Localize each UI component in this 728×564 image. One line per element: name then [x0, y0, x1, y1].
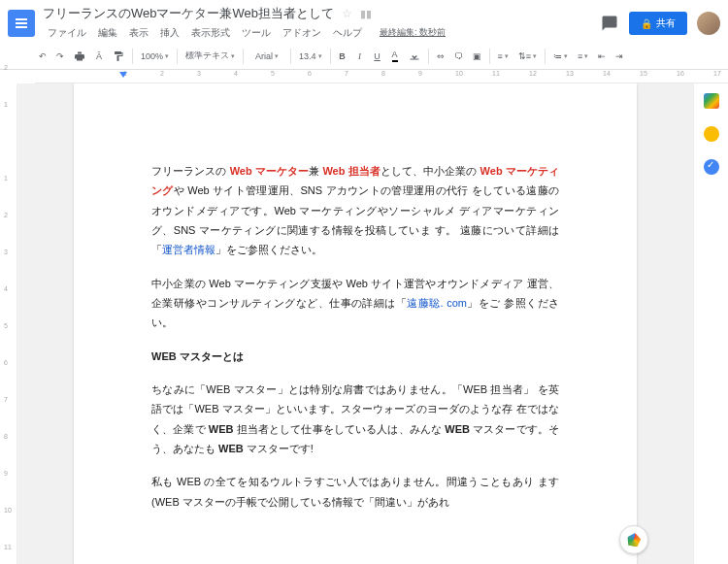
- bold-icon[interactable]: B: [335, 49, 350, 64]
- calendar-icon[interactable]: [704, 93, 719, 109]
- line-spacing-icon[interactable]: ⇅≡: [514, 49, 541, 64]
- comments-icon[interactable]: [600, 14, 619, 33]
- side-panel: [693, 83, 728, 564]
- text-color-icon[interactable]: A: [387, 47, 403, 65]
- menu-format[interactable]: 表示形式: [186, 24, 235, 42]
- menu-view[interactable]: 表示: [124, 24, 153, 42]
- vertical-ruler[interactable]: 21123456789101112: [0, 83, 17, 564]
- paragraph-3[interactable]: ちなみに「WEB マスター」とは特別な肩書ではありません。「WEB 担当者」 を…: [151, 380, 559, 458]
- bulleted-list-icon[interactable]: ≡: [574, 49, 592, 64]
- fontsize-select[interactable]: 13.4: [295, 49, 326, 64]
- indent-increase-icon[interactable]: ⇥: [612, 49, 627, 64]
- italic-icon[interactable]: I: [352, 49, 368, 64]
- zoom-select[interactable]: 100%: [137, 50, 173, 63]
- keep-icon[interactable]: [704, 126, 719, 142]
- last-edit[interactable]: 最終編集: 数秒前: [375, 24, 450, 42]
- style-select[interactable]: 標準テキス: [182, 47, 239, 65]
- menubar: ファイル 編集 表示 挿入 表示形式 ツール アドオン ヘルプ 最終編集: 数秒…: [43, 24, 600, 42]
- docs-logo-icon[interactable]: [8, 10, 35, 37]
- image-icon[interactable]: ▣: [469, 49, 485, 64]
- menu-file[interactable]: ファイル: [43, 24, 91, 42]
- menu-addons[interactable]: アドオン: [278, 24, 326, 42]
- tasks-icon[interactable]: [704, 159, 719, 175]
- explore-button[interactable]: [619, 525, 648, 554]
- header-bar: フリーランスのWebマーケター兼Web担当者として ☆ ▮▮ ファイル 編集 表…: [0, 0, 728, 43]
- indent-decrease-icon[interactable]: ⇤: [594, 49, 610, 64]
- lock-icon: 🔒: [641, 18, 652, 29]
- numbered-list-icon[interactable]: ≔: [549, 49, 572, 64]
- undo-icon[interactable]: ↶: [35, 49, 50, 64]
- canvas[interactable]: フリーランスの Web マーケター兼 Web 担当者として、中小企業の Web …: [17, 83, 693, 564]
- heading-web-master[interactable]: WEB マスターとは: [151, 347, 559, 366]
- spellcheck-icon[interactable]: Ă: [91, 49, 107, 64]
- document-page[interactable]: フリーランスの Web マーケター兼 Web 担当者として、中小企業の Web …: [74, 83, 637, 564]
- paragraph-4[interactable]: 私も WEB の全てを知るウルトラすごい人ではありません。間違うこともあり ます…: [151, 472, 559, 512]
- avatar[interactable]: [697, 12, 720, 35]
- link-icon[interactable]: ⇔: [433, 49, 448, 64]
- menu-tools[interactable]: ツール: [237, 24, 276, 42]
- folder-icon[interactable]: ▮▮: [360, 8, 372, 20]
- workspace: 21123456789101112 フリーランスの Web マーケター兼 Web…: [0, 83, 728, 564]
- share-label: 共有: [656, 17, 676, 30]
- menu-help[interactable]: ヘルプ: [328, 24, 367, 42]
- star-icon[interactable]: ☆: [342, 7, 352, 20]
- underline-icon[interactable]: U: [370, 49, 385, 64]
- align-icon[interactable]: ≡: [494, 49, 513, 64]
- menu-edit[interactable]: 編集: [93, 24, 122, 42]
- paint-format-icon[interactable]: [109, 48, 128, 65]
- explore-icon: [626, 532, 642, 547]
- paragraph-1[interactable]: フリーランスの Web マーケター兼 Web 担当者として、中小企業の Web …: [151, 161, 559, 260]
- font-select[interactable]: Arial: [248, 49, 286, 64]
- share-button[interactable]: 🔒 共有: [629, 12, 687, 35]
- redo-icon[interactable]: ↷: [52, 49, 68, 64]
- link-operator-info[interactable]: 運営者情報: [162, 244, 215, 255]
- highlight-icon[interactable]: [405, 48, 424, 65]
- header-right: 🔒 共有: [600, 12, 720, 35]
- print-icon[interactable]: [70, 48, 89, 65]
- comment-icon[interactable]: 🗨: [450, 49, 467, 64]
- horizontal-ruler[interactable]: 12345678910111213141516171819: [35, 70, 728, 83]
- toolbar: ↶ ↷ Ă 100% 標準テキス Arial 13.4 B I U A ⇔ 🗨 …: [0, 43, 728, 70]
- title-area: フリーランスのWebマーケター兼Web担当者として ☆ ▮▮ ファイル 編集 表…: [43, 5, 600, 42]
- link-endo-com[interactable]: 遠藤聡. com: [407, 297, 467, 309]
- menu-insert[interactable]: 挿入: [155, 24, 184, 42]
- paragraph-2[interactable]: 中小企業の Web マーケティング支援や Web サイト運営やオウンドメディア …: [151, 274, 559, 333]
- document-title[interactable]: フリーランスのWebマーケター兼Web担当者として: [43, 5, 334, 22]
